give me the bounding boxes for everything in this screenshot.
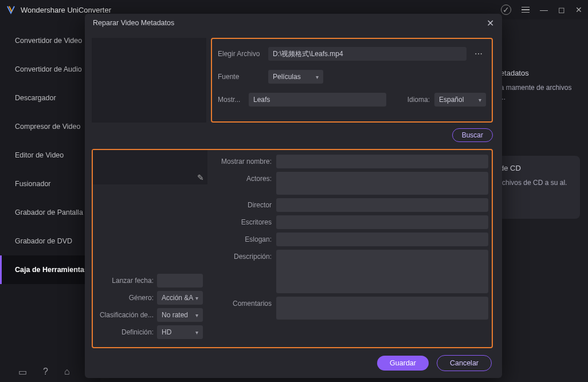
release-date-field[interactable] xyxy=(157,274,203,288)
comments-label: Comentarios xyxy=(212,297,276,320)
modal-title: Reparar Video Metadatos xyxy=(93,19,174,27)
source-select[interactable]: Películas ▾ xyxy=(268,70,323,84)
description-field[interactable] xyxy=(276,250,488,293)
brand-icon xyxy=(6,5,16,15)
video-preview-upper xyxy=(92,38,206,123)
actors-label: Actores: xyxy=(212,172,276,195)
sidebar-item-label: Compresor de Video xyxy=(15,123,80,131)
edit-icon[interactable]: ✎ xyxy=(197,173,204,182)
language-value: Español xyxy=(439,96,464,104)
genre-select[interactable]: Acción &A ▾ xyxy=(157,291,203,305)
sidebar-item-label: Convertidor de Video xyxy=(15,37,82,45)
video-preview-lower: ✎ xyxy=(93,150,207,184)
people-icon[interactable]: ⌂ xyxy=(64,367,70,377)
app-title: Wondershare UniConverter xyxy=(21,6,111,14)
modal-body: Elegir Archivo D:\视频格式\Leafs.mp4 ⋯ Fuent… xyxy=(85,32,502,348)
source-label: Fuente xyxy=(218,73,264,81)
search-button[interactable]: Buscar xyxy=(452,128,493,142)
cancel-button[interactable]: Cancelar xyxy=(437,355,492,371)
sidebar-item-label: Grabador de Pantalla xyxy=(15,208,83,216)
genre-label: Género: xyxy=(93,294,154,302)
release-date-label: Lanzar fecha: xyxy=(93,277,154,285)
lower-right-column: Mostrar nombre: Actores: Director Escrit… xyxy=(207,150,492,347)
sidebar-item-label: Descargador xyxy=(15,94,56,102)
director-field[interactable] xyxy=(276,198,488,212)
save-button[interactable]: Guardar xyxy=(377,356,429,371)
genre-value: Acción &A xyxy=(162,294,193,302)
display-name-label: Mostrar nombre: xyxy=(212,155,276,168)
minimize-icon[interactable]: — xyxy=(540,5,548,14)
chevron-down-icon: ▾ xyxy=(195,312,198,318)
rating-label: Clasificación de... xyxy=(93,311,154,319)
comments-field[interactable] xyxy=(276,297,488,320)
rating-select[interactable]: No rated ▾ xyxy=(157,308,203,322)
definition-label: Definición: xyxy=(93,328,154,336)
actors-field[interactable] xyxy=(276,172,488,195)
description-label: Descripción: xyxy=(212,250,276,293)
director-label: Director xyxy=(212,198,276,212)
book-icon[interactable]: ▭ xyxy=(18,367,27,377)
browse-file-button[interactable]: ⋯ xyxy=(471,47,486,61)
chevron-down-icon: ▾ xyxy=(316,74,319,80)
writers-field[interactable] xyxy=(276,215,488,229)
help-icon[interactable]: ? xyxy=(43,367,48,377)
tagline-field[interactable] xyxy=(276,233,488,246)
metadata-modal: Reparar Video Metadatos ✕ Elegir Archivo… xyxy=(85,14,502,378)
tagline-label: Eslogan: xyxy=(212,233,276,246)
window-controls: ✓ — ◻ ✕ xyxy=(501,5,582,15)
definition-value: HD xyxy=(162,328,171,336)
language-select[interactable]: Español ▾ xyxy=(434,93,486,107)
menu-icon[interactable] xyxy=(522,7,530,13)
showname-label: Mostr... xyxy=(218,96,244,104)
sidebar-item-label: Caja de Herramientas xyxy=(15,266,88,274)
writers-label: Escritores xyxy=(212,215,276,229)
showname-field[interactable]: Leafs xyxy=(249,93,386,107)
language-label: Idioma: xyxy=(407,96,430,104)
definition-select[interactable]: HD ▾ xyxy=(157,325,203,339)
lower-left-column: ✎ Lanzar fecha: Género: Acción &A ▾ xyxy=(93,150,207,347)
chevron-down-icon: ▾ xyxy=(195,295,198,301)
background-panel-title: Metadatos xyxy=(494,69,580,77)
maximize-icon[interactable]: ◻ xyxy=(558,5,565,14)
chevron-down-icon: ▾ xyxy=(195,329,198,336)
chevron-down-icon: ▾ xyxy=(479,97,481,103)
file-path-field[interactable]: D:\视频格式\Leafs.mp4 xyxy=(268,47,467,61)
choose-file-label: Elegir Archivo xyxy=(218,50,264,58)
rating-value: No rated xyxy=(162,311,188,319)
upper-orange-box: Elegir Archivo D:\视频格式\Leafs.mp4 ⋯ Fuent… xyxy=(211,38,493,123)
modal-header: Reparar Video Metadatos ✕ xyxy=(85,14,502,32)
source-value: Películas xyxy=(273,73,301,81)
modal-footer: Guardar Cancelar xyxy=(85,348,502,378)
sync-status-icon[interactable]: ✓ xyxy=(501,5,511,15)
close-window-icon[interactable]: ✕ xyxy=(575,5,582,14)
background-panel-body: rchivos de CD a su al. xyxy=(500,178,574,188)
lower-orange-box: ✎ Lanzar fecha: Género: Acción &A ▾ xyxy=(92,149,493,348)
background-panel-metadata: Metadatos ara mamente de archivos m... xyxy=(494,69,580,103)
display-name-field[interactable] xyxy=(276,155,488,168)
sidebar-item-label: Editor de Video xyxy=(15,151,64,159)
background-panel-body: ara mamente de archivos m... xyxy=(494,83,580,103)
close-icon[interactable]: ✕ xyxy=(487,18,494,29)
sidebar-item-label: Grabador de DVD xyxy=(15,237,72,245)
sidebar-item-label: Fusionador xyxy=(15,180,51,188)
sidebar-item-label: Convertidor de Audio xyxy=(15,65,82,73)
background-panel-cd[interactable]: de CD rchivos de CD a su al. xyxy=(494,156,580,219)
left-meta-block: Lanzar fecha: Género: Acción &A ▾ Clasif… xyxy=(93,270,207,347)
background-panel-title: de CD xyxy=(500,164,574,172)
